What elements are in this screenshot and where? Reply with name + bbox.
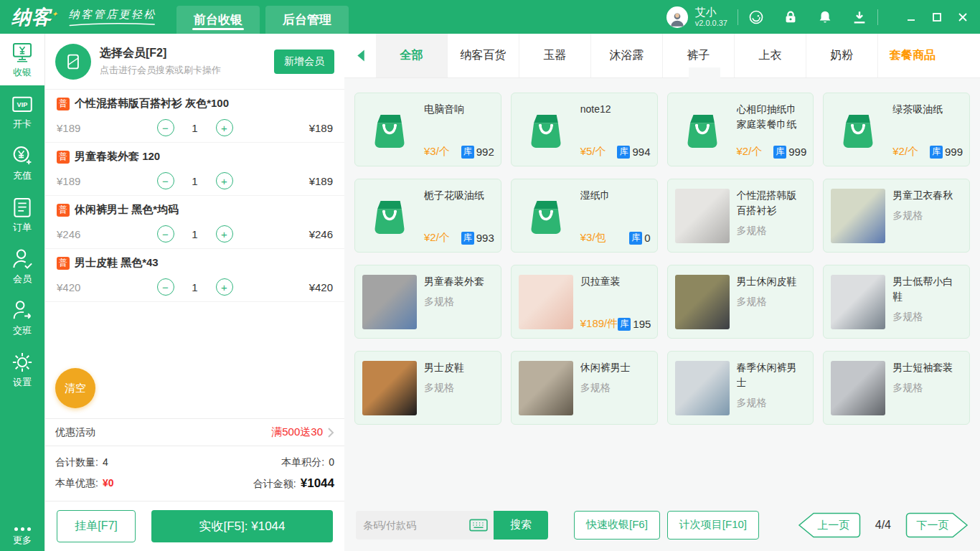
hold-order-button[interactable]: 挂单[F7] [57, 510, 136, 542]
keyboard-icon[interactable] [469, 519, 488, 532]
user-box[interactable]: 艾小 v2.0.0.37 [666, 6, 727, 28]
decrease-qty-button[interactable]: − [157, 172, 174, 189]
product-photo [675, 275, 730, 329]
clear-cart-button[interactable]: 清空 [55, 368, 95, 408]
sidebar-item[interactable]: 充值 [0, 137, 44, 189]
stock-number: 195 [633, 318, 651, 330]
product-card[interactable]: 春季休闲裤男士 多规格 [667, 351, 814, 425]
item-type-badge: 普 [57, 98, 70, 110]
sidebar-item[interactable]: 订单 [0, 189, 44, 240]
category-tab[interactable]: 纳客百货 [448, 34, 519, 77]
product-card[interactable]: 男士短袖套装 多规格 [823, 351, 970, 425]
cart-item-price: ¥189 [57, 122, 114, 134]
maximize-button[interactable] [924, 6, 950, 28]
promo-row[interactable]: 优惠活动 满500送30 [45, 418, 344, 446]
product-card[interactable]: 男童卫衣春秋 多规格 [823, 179, 970, 253]
member-card-icon[interactable] [55, 44, 91, 80]
category-scroll-left[interactable] [344, 34, 376, 77]
category-tab[interactable]: 上衣 [735, 34, 806, 77]
avatar[interactable] [666, 6, 688, 28]
close-button[interactable] [950, 6, 976, 28]
stock-number: 993 [476, 232, 494, 244]
stock-badge: 库 [618, 318, 631, 331]
product-card[interactable]: 心相印抽纸巾家庭装餐巾纸 ¥2/个库999 [667, 93, 814, 166]
mode-tab-active[interactable]: 前台收银 [176, 6, 260, 34]
product-price-row: ¥2/个库999 [737, 145, 807, 159]
product-name: 男士低帮小白鞋 [892, 274, 962, 304]
next-page-button[interactable]: 下一页 [905, 512, 969, 538]
bottom-toolbar: 搜索 快速收银[F6] 计次项目[F10] 上一页 4/4 下一页 [344, 499, 980, 551]
download-icon[interactable] [852, 9, 867, 25]
product-card[interactable]: 男童春装外套 多规格 [354, 265, 501, 339]
decrease-qty-button[interactable]: − [157, 225, 174, 242]
product-price-row: ¥2/个库993 [424, 231, 494, 245]
product-name: 休闲裤男士 [580, 360, 650, 375]
category-tab[interactable]: 全部 [376, 34, 448, 77]
decrease-qty-button[interactable]: − [157, 119, 174, 136]
select-member-button[interactable]: 选择会员[F2] 点击进行会员搜索或刷卡操作 [100, 46, 274, 77]
lock-icon[interactable] [783, 9, 798, 25]
increase-qty-button[interactable]: + [216, 225, 233, 242]
cashier-icon [10, 40, 34, 65]
product-photo [675, 189, 730, 243]
service-icon[interactable] [748, 9, 764, 25]
sidebar-item[interactable]: 交班 [0, 292, 44, 344]
product-name: 男童春装外套 [424, 274, 494, 289]
sidebar-item-label: 收银 [13, 66, 32, 79]
sidebar-item[interactable]: 收银 [0, 34, 44, 85]
category-tab[interactable]: 沐浴露 [591, 34, 663, 77]
search-button[interactable]: 搜索 [494, 511, 548, 540]
member-subtitle: 点击进行会员搜索或刷卡操作 [100, 64, 274, 77]
product-stock: 库993 [461, 232, 494, 245]
orders-icon [10, 195, 34, 220]
product-card[interactable]: 贝拉童装 ¥189/件库195 [511, 265, 658, 339]
product-card[interactable]: 湿纸巾 ¥3/包库0 [511, 179, 658, 253]
product-price: ¥5/个 [580, 145, 606, 159]
category-tab[interactable]: 套餐商品 [878, 34, 947, 77]
product-card[interactable]: 男士皮鞋 多规格 [354, 351, 501, 425]
bell-icon[interactable] [817, 9, 833, 25]
more-dots-icon [14, 527, 31, 531]
checkout-button[interactable]: 实收[F5]: ¥1044 [151, 510, 333, 542]
increase-qty-button[interactable]: + [216, 278, 233, 296]
product-card[interactable]: 栀子花吸油纸 ¥2/个库993 [354, 179, 501, 253]
cart-item-qty: 1 [190, 175, 200, 187]
stock-badge: 库 [930, 146, 943, 159]
product-stock: 库0 [629, 232, 650, 245]
minimize-button[interactable] [898, 6, 924, 28]
count-item-button[interactable]: 计次项目[F10] [667, 511, 759, 540]
sidebar-item[interactable]: 会员 [0, 240, 44, 292]
cart-empty-space: 清空 [45, 302, 344, 418]
chevron-right-icon [327, 427, 334, 438]
product-card[interactable]: note12 ¥5/个库994 [511, 93, 658, 166]
summary-total: 合计金额:¥1044 [253, 476, 334, 491]
prev-page-button[interactable]: 上一页 [798, 512, 861, 538]
quick-cashier-button[interactable]: 快速收银[F6] [574, 511, 660, 540]
cart-item[interactable]: 普 男童春装外套 120 ¥189 − 1 + ¥189 [45, 143, 344, 196]
cart-item[interactable]: 普 男士皮鞋 黑色*43 ¥420 − 1 + ¥420 [45, 249, 344, 302]
decrease-qty-button[interactable]: − [157, 278, 174, 296]
product-card[interactable]: 休闲裤男士 多规格 [511, 351, 658, 425]
cart-item[interactable]: 普 休闲裤男士 黑色*均码 ¥246 − 1 + ¥246 [45, 196, 344, 249]
category-tab[interactable]: 玉器 [519, 34, 591, 77]
increase-qty-button[interactable]: + [216, 172, 233, 189]
sidebar-item-label: 开卡 [13, 118, 32, 131]
product-card[interactable]: 男士低帮小白鞋 多规格 [823, 265, 970, 339]
product-price: ¥189/件 [580, 317, 618, 331]
cart-item[interactable]: 普 个性混搭韩版百搭衬衫 灰色*100 ¥189 − 1 + ¥189 [45, 90, 344, 143]
sidebar-item[interactable]: 设置 [0, 344, 44, 395]
mode-tab-inactive[interactable]: 后台管理 [265, 6, 349, 34]
product-card[interactable]: 绿茶吸油纸 ¥2/个库999 [823, 93, 970, 166]
product-card[interactable]: 电脑音响 ¥3/个库992 [354, 93, 501, 166]
increase-qty-button[interactable]: + [216, 119, 233, 136]
sidebar-item-more[interactable]: 更多 [0, 527, 44, 547]
product-card[interactable]: 个性混搭韩版百搭衬衫 多规格 [667, 179, 814, 253]
category-tab[interactable]: 奶粉 [806, 34, 878, 77]
product-card[interactable]: 男士休闲皮鞋 多规格 [667, 265, 814, 339]
product-stock: 库992 [461, 146, 494, 159]
sidebar-nav: 收银VIP开卡充值订单会员交班设置 更多 [0, 34, 44, 551]
shopping-bag-icon [675, 103, 730, 157]
add-member-button[interactable]: 新增会员 [274, 50, 334, 74]
sidebar-item[interactable]: VIP开卡 [0, 85, 44, 137]
mode-tabs: 前台收银后台管理 [176, 6, 349, 34]
